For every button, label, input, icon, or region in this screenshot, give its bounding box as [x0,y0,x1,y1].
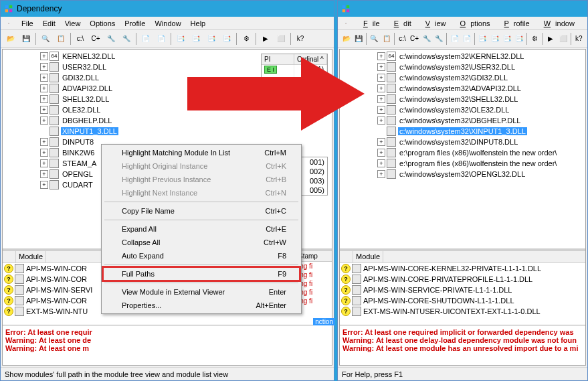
toolbar-button[interactable]: 📋 [54,31,68,46]
tree-item[interactable]: +c:\windows\system32\GDI32.DLL [341,72,584,83]
module-name[interactable]: c:\windows\system32\DINPUT8.DLL [398,138,519,146]
toolbar-button[interactable]: 📄 [138,31,153,46]
toolbar-button[interactable]: ⬜ [274,31,288,46]
menu-window[interactable]: Window [534,18,579,29]
expand-icon[interactable]: + [40,149,48,157]
toolbar-button[interactable]: ▶ [545,31,557,46]
expand-icon[interactable]: + [377,95,385,103]
module-name[interactable]: c:\windows\system32\GDI32.DLL [398,74,509,82]
expand-icon[interactable]: + [377,159,385,167]
toolbar-button[interactable]: c:\ [73,31,88,46]
expand-icon[interactable]: + [377,149,385,157]
titlebar[interactable]: Dependency [1,1,334,17]
expand-icon[interactable]: + [40,106,48,114]
menu-edit[interactable]: Edit [38,18,60,29]
expand-icon[interactable]: + [40,170,48,178]
toolbar-button[interactable]: c:\ [397,31,408,46]
module-name[interactable]: BINK2W6 [61,149,96,157]
module-name[interactable]: c:\windows\system32\KERNEL32.DLL [398,52,525,60]
toolbar-button[interactable]: 💾 [19,31,33,46]
toolbar-button[interactable]: 💾 [353,31,364,46]
menu-item[interactable]: Auto ExpandF8 [103,249,300,262]
menu-item[interactable]: Collapse AllCtrl+W [103,236,300,249]
expand-icon[interactable]: + [377,84,385,92]
module-name[interactable]: e:\program files (x86)\wolfenstein the n… [398,149,558,157]
tree-item[interactable]: +c:\windows\system32\OLE32.DLL [341,104,584,115]
tree-item[interactable]: +c:\windows\system32\SHELL32.DLL [341,94,584,104]
toolbar-button[interactable]: 📑 [489,31,500,46]
menu-item[interactable]: Properties...Alt+Enter [103,299,300,312]
module-list[interactable]: Module ?API-MS-WIN-CORE-KERNEL32-PRIVATE… [340,251,585,325]
module-name[interactable]: OPENGL [61,170,94,178]
tree-item[interactable]: +c:\windows\system32\DINPUT8.DLL [341,137,584,147]
menu-item[interactable]: View Module in External ViewerEnter [103,285,300,299]
expand-icon[interactable]: + [40,84,48,92]
module-name[interactable]: ADVAPI32.DLL [61,84,114,92]
menu-item[interactable]: Full PathsF9 [103,267,300,281]
menu-file[interactable]: File [17,18,38,29]
module-name[interactable]: c:\windows\system32\OLE32.DLL [398,106,510,114]
tree-item[interactable]: +c:\windows\system32\DBGHELP.DLL [341,115,584,126]
list-row[interactable]: ?API-MS-WIN-SERVICE-PRIVATE-L1-1-1.DLL [340,285,585,295]
expand-icon[interactable]: + [377,52,385,60]
tree-item[interactable]: +e:\program files (x86)\wolfenstein the … [341,147,584,158]
toolbar-button[interactable]: 🔧 [433,31,444,46]
col-module[interactable]: Module [353,251,383,262]
module-name[interactable]: c:\windows\system32\OPENGL32.DLL [398,170,526,178]
module-name[interactable]: STEAM_A [61,159,98,167]
context-menu[interactable]: Highlight Matching Module In ListCtrl+MH… [101,144,302,314]
menu-help[interactable]: Help [579,18,588,29]
tree-item[interactable]: +e:\program files (x86)\wolfenstein the … [341,158,584,169]
toolbar-button[interactable]: 🔍 [38,31,53,46]
module-name[interactable]: CUDART [61,181,94,189]
toolbar-button[interactable]: C+ [88,31,103,46]
list-row[interactable]: ?EXT-MS-WIN-NTUSER-UICONTEXT-EXT-L1-1-0.… [340,306,585,317]
menu-view[interactable]: View [60,18,86,29]
expand-icon[interactable]: + [40,117,48,125]
menu-options[interactable]: Options [451,18,495,29]
toolbar-button[interactable]: 📄 [154,31,169,46]
toolbar-button[interactable]: 📑 [477,31,488,46]
module-name[interactable]: c:\windows\system32\SHELL32.DLL [398,95,519,103]
tree-item[interactable]: +64c:\windows\system32\KERNEL32.DLL [341,51,584,62]
tree-item[interactable]: +c:\windows\system32\ADVAPI32.DLL [341,83,584,94]
module-name[interactable]: e:\program files (x86)\wolfenstein the n… [398,159,558,167]
expand-icon[interactable]: + [40,63,48,71]
toolbar-button[interactable]: 📋 [381,31,392,46]
menu-edit[interactable]: Edit [385,18,416,29]
module-name[interactable]: USER32.DLL [61,63,108,71]
menu-item[interactable]: Expand AllCtrl+E [103,222,300,236]
toolbar-button[interactable]: 🔍 [369,31,380,46]
menu-item[interactable]: Copy File NameCtrl+C [103,204,300,218]
module-name[interactable]: GDI32.DLL [61,74,100,82]
menubar[interactable]: File Edit View Options Profile Window He… [1,17,334,30]
module-name[interactable]: c:\windows\system32\DBGHELP.DLL [398,117,522,125]
toolbar-button[interactable]: k? [293,31,308,46]
toolbar-button[interactable]: ⚙ [529,31,541,46]
expand-icon[interactable]: + [40,52,48,60]
tree-item[interactable]: +c:\windows\system32\OPENGL32.DLL [341,169,584,179]
menu-item[interactable]: Highlight Matching Module In ListCtrl+M [103,146,300,159]
menu-file[interactable]: File [354,18,385,29]
toolbar-button[interactable]: 🔧 [104,31,118,46]
toolbar-button[interactable]: 📄 [461,31,472,46]
toolbar-button[interactable]: 📑 [219,31,234,46]
toolbar-button[interactable]: 📂 [3,31,18,46]
expand-icon[interactable]: + [377,170,385,178]
toolbar-button[interactable]: 📑 [173,31,188,46]
module-name[interactable]: DINPUT8 [61,138,95,146]
expand-icon[interactable]: + [377,106,385,114]
toolbar-button[interactable]: 📑 [513,31,524,46]
tree-item[interactable]: c:\windows\system32\XINPUT1_3.DLL [341,126,584,137]
list-row[interactable]: ?API-MS-WIN-CORE-SHUTDOWN-L1-1-1.DLL [340,295,585,306]
toolbar-button[interactable]: ⚙ [239,31,254,46]
module-name[interactable]: OLE32.DLL [61,106,102,114]
toolbar-button[interactable]: 📂 [340,31,352,46]
expand-icon[interactable]: + [377,117,385,125]
module-name[interactable]: XINPUT1_3.DLL [61,127,118,135]
menu-help[interactable]: Help [186,18,211,29]
expand-icon[interactable]: + [40,95,48,103]
module-tree[interactable]: +64c:\windows\system32\KERNEL32.DLL+c:\w… [340,50,585,248]
menu-view[interactable]: View [416,18,451,29]
module-name[interactable]: c:\windows\system32\USER32.DLL [398,63,516,71]
